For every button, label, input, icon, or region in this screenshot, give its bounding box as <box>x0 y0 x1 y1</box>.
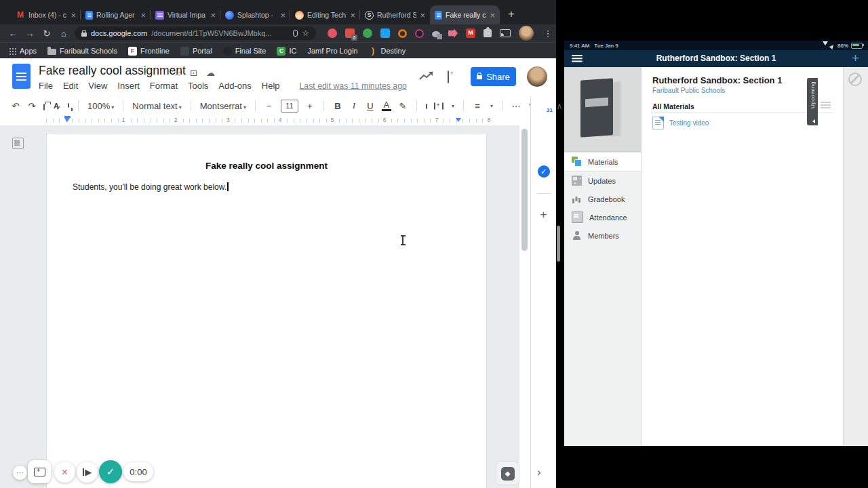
sidebar-item-updates[interactable]: Updates <box>564 171 641 190</box>
menu-edit[interactable]: Edit <box>63 81 78 91</box>
close-icon[interactable]: × <box>490 11 495 20</box>
bookmark-final-site[interactable]: Final Site <box>223 47 267 56</box>
scrollbar-thumb[interactable] <box>521 129 528 251</box>
menu-help[interactable]: Help <box>262 81 280 91</box>
close-icon[interactable]: × <box>140 11 146 20</box>
sidebar-item-members[interactable]: Members <box>564 226 641 245</box>
back-button[interactable]: ← <box>7 28 19 39</box>
recorder-webcam-button[interactable] <box>28 460 51 483</box>
insert-link-icon[interactable] <box>426 104 427 109</box>
bookmark-star-icon[interactable]: ☆ <box>302 28 309 38</box>
ruler[interactable]: 1 2 3 4 5 6 7 8 <box>0 115 519 126</box>
explore-button[interactable]: ◆ <box>496 462 519 485</box>
extension-recorder-icon[interactable]: 6 <box>345 28 355 38</box>
font-size-decrease-button[interactable]: − <box>264 101 274 111</box>
move-folder-icon[interactable]: ⊡ <box>190 68 197 78</box>
share-button[interactable]: Share <box>471 67 516 86</box>
align-button[interactable]: ≡ <box>473 101 482 111</box>
font-size-increase-button[interactable]: + <box>305 101 315 111</box>
star-doc-icon[interactable]: ☆ <box>174 68 182 78</box>
sidebar-item-gradebook[interactable]: Gradebook <box>564 190 641 208</box>
menu-addons[interactable]: Add-ons <box>218 81 251 91</box>
cast-icon[interactable] <box>500 29 511 37</box>
menu-tools[interactable]: Tools <box>188 81 208 91</box>
undo-button[interactable]: ↶ <box>11 101 20 111</box>
extension-share-arrow-icon[interactable] <box>448 28 458 38</box>
close-icon[interactable]: × <box>210 11 216 20</box>
reload-button[interactable]: ↻ <box>41 28 53 39</box>
bookmark-frontline[interactable]: FFrontline <box>128 47 170 56</box>
document-outline-icon[interactable] <box>12 138 24 149</box>
spellcheck-icon[interactable]: A✓ <box>52 102 61 110</box>
sidebar-item-attendance[interactable]: Attendance <box>564 208 641 226</box>
browser-menu-icon[interactable]: ⋮ <box>542 28 554 39</box>
font-select[interactable]: Montserrat▾ <box>200 101 246 111</box>
tab-rolling[interactable]: Rolling Ager × <box>81 5 151 24</box>
chevron-down-icon[interactable]: ▾ <box>490 103 493 109</box>
forward-button[interactable]: → <box>24 28 36 39</box>
extension-camera-ring-icon[interactable] <box>415 29 424 38</box>
upcoming-drawer-tab[interactable]: Upcoming <box>807 78 818 125</box>
recorder-more-button[interactable]: ⋯ <box>13 466 27 480</box>
home-button[interactable]: ⌂ <box>58 28 70 39</box>
school-link[interactable]: Faribault Public Schools <box>652 87 725 94</box>
sidebar-item-materials[interactable]: Materials <box>564 152 641 171</box>
tab-fake-really-active[interactable]: Fake really c × <box>430 5 500 24</box>
zoom-select[interactable]: 100%▾ <box>87 101 114 111</box>
tab-inbox[interactable]: M Inbox (4) - c × <box>11 5 81 24</box>
redo-button[interactable]: ↷ <box>27 101 37 111</box>
paint-format-icon[interactable] <box>68 103 69 108</box>
tab-editing[interactable]: Editing Tech × <box>290 5 360 24</box>
close-icon[interactable]: × <box>71 11 76 20</box>
profile-avatar[interactable] <box>519 26 534 41</box>
comments-icon[interactable] <box>448 70 449 83</box>
add-addon-button[interactable]: + <box>540 208 547 222</box>
underline-button[interactable]: U <box>366 101 375 111</box>
chevron-down-icon[interactable]: ▾ <box>452 103 454 109</box>
more-options-button[interactable]: ⋯ <box>511 101 521 111</box>
material-item-testing-video[interactable]: Testing video <box>652 117 709 129</box>
menu-format[interactable]: Format <box>150 81 178 91</box>
add-comment-icon[interactable] <box>434 102 435 110</box>
recorder-pause-button[interactable]: ▶ <box>77 462 98 483</box>
print-icon[interactable] <box>43 104 45 110</box>
window-edge-scrollbar[interactable] <box>557 226 560 262</box>
collapse-toolbar-button[interactable]: ∧ <box>555 101 564 111</box>
mic-icon[interactable] <box>293 30 298 37</box>
extension-evernote-icon[interactable] <box>363 28 372 38</box>
bold-button[interactable]: B <box>333 101 342 111</box>
docs-account-avatar[interactable] <box>527 66 547 87</box>
bookmark-ic[interactable]: CIC <box>277 47 296 56</box>
bookmark-jamf[interactable]: Jamf Pro Login <box>307 47 357 55</box>
docs-scrollbar[interactable] <box>519 125 530 488</box>
italic-button[interactable]: I <box>349 100 359 111</box>
docs-logo-icon[interactable] <box>12 64 31 89</box>
address-bar[interactable]: docs.google.com /document/d/1TpW5VN6BwJM… <box>75 26 316 40</box>
bookmark-destiny[interactable]: )Destiny <box>368 47 406 56</box>
tab-rutherford[interactable]: S Rutherford S × <box>360 5 430 24</box>
last-edit-link[interactable]: Last edit was 11 minutes ago <box>300 81 407 91</box>
close-icon[interactable]: × <box>420 11 425 20</box>
menu-view[interactable]: View <box>88 81 107 91</box>
recorder-cancel-button[interactable]: × <box>54 462 75 483</box>
first-line-indent-marker[interactable] <box>64 118 70 125</box>
extension-twitter-icon[interactable] <box>380 28 390 38</box>
paragraph-style-select[interactable]: Normal text▾ <box>132 101 181 111</box>
add-button[interactable]: + <box>852 50 859 67</box>
tasks-icon[interactable]: ✓ <box>538 165 550 178</box>
font-size-input[interactable]: 11 <box>281 100 298 113</box>
right-indent-marker[interactable] <box>456 118 461 125</box>
activity-dashboard-icon[interactable] <box>419 70 434 81</box>
extension-cloud-icon[interactable] <box>432 31 440 37</box>
extension-gmail-icon[interactable] <box>466 28 475 38</box>
text-color-button[interactable]: A <box>382 101 391 111</box>
highlight-button[interactable]: ✎ <box>398 101 408 111</box>
menu-insert[interactable]: Insert <box>117 81 140 91</box>
recorder-finish-button[interactable]: ✓ <box>99 460 122 483</box>
new-tab-button[interactable]: + <box>508 7 515 21</box>
extension-burst-icon[interactable] <box>328 28 337 38</box>
tab-virtual[interactable]: Virtual Impa × <box>151 5 220 24</box>
tab-splashtop[interactable]: Splashtop - × <box>220 5 290 24</box>
bookmark-portal[interactable]: Portal <box>180 47 212 56</box>
panel-expand-chevron[interactable]: › <box>537 466 541 479</box>
